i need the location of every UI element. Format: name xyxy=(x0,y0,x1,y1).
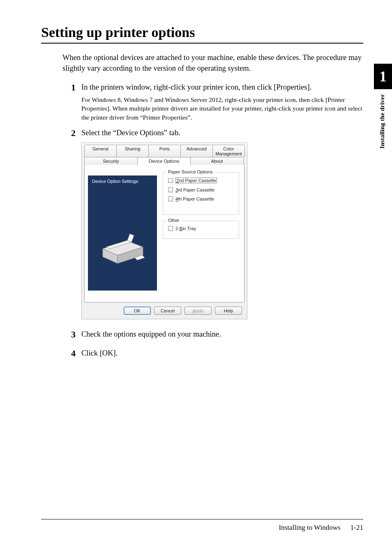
apply-button[interactable]: Apply xyxy=(184,307,212,315)
checkbox-2-bin-tray[interactable]: 2-Bin Tray xyxy=(168,226,239,231)
step-number: 4 xyxy=(65,348,76,361)
tab-ports[interactable]: Ports xyxy=(148,145,181,157)
footer-section: Installing to Windows xyxy=(279,524,340,531)
tab-advanced[interactable]: Advanced xyxy=(180,145,213,157)
step-subtext: For Windows 8, Windows 7 and Windows Ser… xyxy=(81,95,363,122)
checkbox-icon xyxy=(168,187,173,192)
svg-marker-4 xyxy=(127,234,134,242)
intro-paragraph: When the optional devices are attached t… xyxy=(62,53,363,74)
step-number: 3 xyxy=(65,329,76,342)
step-number: 1 xyxy=(65,82,76,122)
cancel-button[interactable]: Cancel xyxy=(154,307,181,315)
checkbox-icon xyxy=(168,178,173,183)
printer-icon xyxy=(99,229,148,266)
ok-button[interactable]: OK xyxy=(124,307,151,315)
page-title: Setting up printer options xyxy=(41,25,363,44)
group-title: Other xyxy=(166,218,181,223)
step-text: Select the “Device Options” tab. xyxy=(81,128,363,138)
other-options-group: Other 2-Bin Tray xyxy=(163,221,239,239)
step-text: Click [OK]. xyxy=(81,348,363,359)
tab-sharing[interactable]: Sharing xyxy=(116,145,149,157)
group-title: Paper Source Options xyxy=(166,169,214,174)
step-text: Check the options equipped on your machi… xyxy=(81,329,363,340)
tab-about[interactable]: About xyxy=(190,157,244,165)
tab-security[interactable]: Security xyxy=(84,157,138,165)
dialog-screenshot: General Sharing Ports Advanced Color Man… xyxy=(81,143,247,319)
step-number: 2 xyxy=(65,128,76,319)
paper-source-options-group: Paper Source Options 2nd Paper Cassette … xyxy=(163,172,239,215)
tab-color-management[interactable]: Color Management xyxy=(212,145,245,157)
tab-device-options[interactable]: Device Options xyxy=(137,157,191,165)
checkbox-icon xyxy=(168,196,173,201)
checkbox-2nd-paper-cassette[interactable]: 2nd Paper Cassette xyxy=(168,178,239,183)
checkbox-icon xyxy=(168,226,173,231)
left-panel-title: Device Option Settings xyxy=(88,175,157,187)
footer-page-number: 1-21 xyxy=(350,524,363,531)
help-button[interactable]: Help xyxy=(215,307,242,315)
tab-general[interactable]: General xyxy=(84,145,117,157)
checkbox-3rd-paper-cassette[interactable]: 3rd Paper Cassette xyxy=(168,187,239,192)
device-option-settings-panel: Device Option Settings xyxy=(88,175,157,291)
checkbox-4th-paper-cassette[interactable]: 4th Paper Cassette xyxy=(168,196,239,201)
step-text: In the printers window, right-click your… xyxy=(81,82,363,93)
